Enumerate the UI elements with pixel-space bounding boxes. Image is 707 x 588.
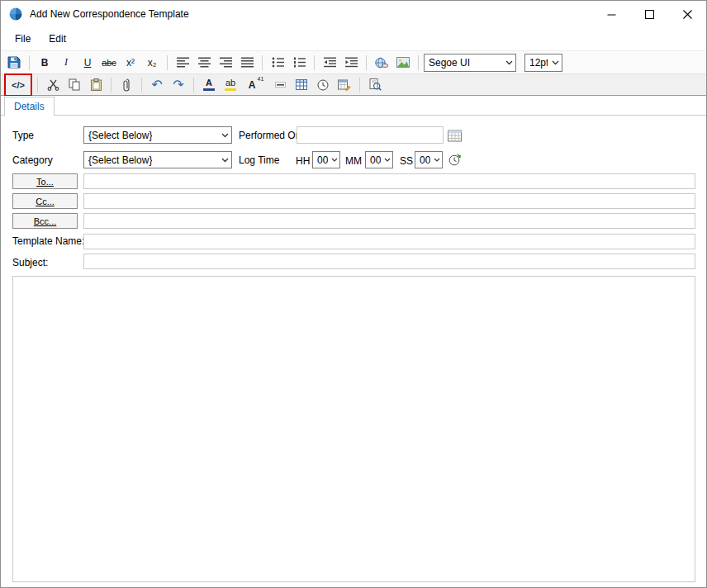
close-button[interactable] (668, 1, 706, 27)
separator (418, 55, 419, 70)
cc-input[interactable] (83, 193, 695, 209)
separator (37, 78, 38, 92)
category-label: Category (12, 154, 53, 166)
subscript-button[interactable]: x₂ (142, 54, 162, 72)
save-button[interactable] (4, 54, 24, 72)
minimize-button[interactable] (592, 1, 630, 27)
font-name-select[interactable]: Segoe UI (424, 54, 516, 72)
insert-time-button[interactable] (313, 76, 333, 94)
align-left-button[interactable] (173, 54, 192, 72)
insert-date-button[interactable] (335, 76, 354, 94)
template-name-input[interactable] (83, 234, 695, 249)
menu-item-file[interactable]: File (6, 27, 40, 50)
category-select[interactable]: {Select Below} (83, 151, 232, 168)
align-justify-button[interactable] (237, 54, 257, 72)
format-toolbar: B I U abc x² x₂ (1, 50, 706, 74)
preview-icon (369, 78, 382, 91)
tab-details[interactable]: Details (4, 97, 55, 116)
outdent-icon (324, 57, 336, 68)
titlebar: Add New Correspondence Template (1, 1, 706, 27)
attach-button[interactable] (116, 76, 136, 94)
menubar: File Edit (1, 27, 706, 50)
underline-button[interactable]: U (78, 54, 97, 72)
bold-button[interactable]: B (35, 54, 55, 72)
cut-button[interactable] (43, 76, 63, 94)
type-label: Type (12, 130, 34, 141)
chevron-down-icon (331, 158, 338, 163)
align-center-button[interactable] (194, 54, 214, 72)
separator (359, 78, 360, 92)
paperclip-icon (123, 78, 130, 92)
indent-button[interactable] (341, 54, 361, 72)
minimize-icon (607, 10, 616, 19)
type-select[interactable]: {Select Below} (83, 126, 232, 144)
hyperlink-button[interactable] (372, 54, 391, 72)
editor-body[interactable] (12, 276, 695, 582)
image-icon (396, 57, 410, 68)
align-justify-icon (241, 57, 254, 68)
highlight-button[interactable]: ab (221, 76, 240, 94)
current-time-button[interactable] (448, 152, 463, 167)
special-character-icon: A 41 (249, 79, 256, 91)
calendar-pencil-icon (338, 78, 351, 91)
separator (29, 55, 30, 70)
maximize-icon (645, 10, 654, 19)
outdent-button[interactable] (320, 54, 339, 72)
clock-icon (317, 79, 329, 91)
bcc-input[interactable] (83, 213, 695, 229)
font-color-button[interactable]: A (199, 76, 219, 94)
performed-on-calendar-button[interactable] (447, 127, 463, 143)
print-preview-button[interactable] (365, 76, 385, 94)
font-size-select[interactable]: 12pt (524, 54, 562, 72)
ss-select[interactable]: 00 (415, 151, 443, 168)
separator (193, 78, 194, 92)
subject-input[interactable] (83, 254, 695, 269)
ss-value: 00 (420, 154, 430, 166)
align-center-icon (198, 57, 211, 68)
performed-on-input[interactable] (297, 126, 444, 144)
cc-button[interactable]: Cc... (12, 193, 78, 209)
copy-icon (69, 78, 80, 91)
paste-button[interactable] (86, 76, 106, 94)
copy-button[interactable] (64, 76, 84, 94)
hyperlink-globe-icon (375, 57, 388, 69)
log-time-label: Log Time (239, 154, 279, 166)
italic-button[interactable]: I (56, 54, 76, 72)
hh-select[interactable]: 00 (312, 151, 340, 168)
menu-item-edit[interactable]: Edit (40, 27, 75, 50)
insert-table-button[interactable] (292, 76, 311, 94)
category-select-value: {Select Below} (88, 154, 152, 166)
font-name-value: Segoe UI (429, 57, 470, 69)
table-icon (296, 79, 307, 90)
align-right-button[interactable] (216, 54, 235, 72)
mm-select[interactable]: 00 (365, 151, 393, 168)
redo-button[interactable]: ↷ (168, 76, 188, 94)
hh-value: 00 (317, 154, 328, 166)
font-color-icon: A (203, 78, 215, 91)
source-view-button[interactable]: </> (7, 76, 30, 94)
insert-image-button[interactable] (393, 54, 413, 72)
chevron-down-icon (221, 133, 229, 138)
calendar-icon (448, 129, 462, 142)
align-left-icon (177, 57, 189, 68)
strikethrough-button[interactable]: abc (99, 54, 119, 72)
indent-icon (345, 57, 358, 68)
tabstrip: Details (1, 96, 706, 116)
ss-label: SS (400, 155, 413, 167)
chevron-down-icon (434, 158, 440, 163)
to-input[interactable] (83, 173, 695, 189)
to-button[interactable]: To... (12, 173, 78, 189)
maximize-button[interactable] (630, 1, 668, 27)
separator (314, 55, 315, 70)
undo-button[interactable]: ↶ (147, 76, 167, 94)
add-correspondence-template-dialog: Add New Correspondence Template File Edi… (0, 0, 707, 588)
numbered-list-button[interactable] (289, 54, 309, 72)
bullet-list-button[interactable] (268, 54, 287, 72)
bcc-button[interactable]: Bcc... (12, 213, 78, 229)
horizontal-rule-button[interactable] (270, 76, 290, 94)
separator (262, 55, 263, 70)
superscript-button[interactable]: x² (121, 54, 140, 72)
align-right-icon (220, 57, 232, 68)
separator (167, 55, 168, 70)
special-character-button[interactable]: A 41 (242, 76, 262, 94)
